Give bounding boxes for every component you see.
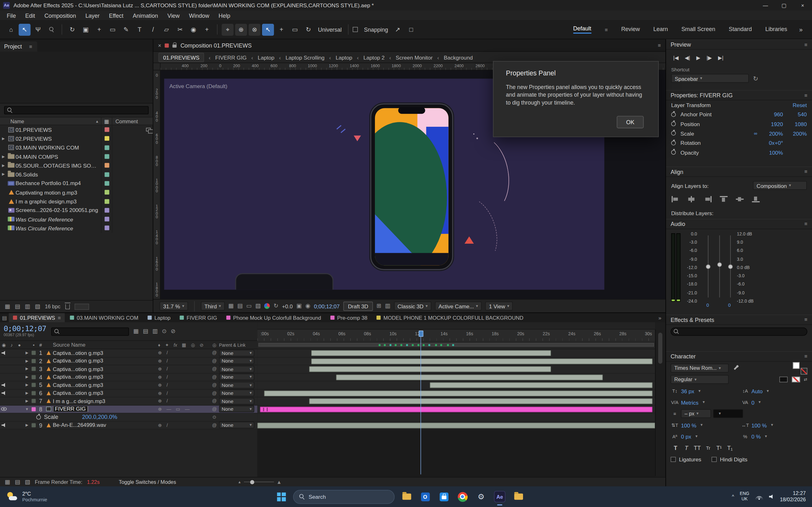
layer-switches[interactable]: ⊕/: [154, 383, 210, 388]
expand-icon[interactable]: ↗: [392, 23, 404, 36]
camera-tool-icon[interactable]: ▣: [80, 23, 92, 36]
sort-ascending-icon[interactable]: ▲: [96, 119, 99, 123]
switches-column-icons[interactable]: ♦✦fx▦◎⊘: [154, 342, 210, 347]
lock-icon[interactable]: [172, 44, 177, 48]
expand-arrow-icon[interactable]: ▶: [0, 154, 7, 158]
align-top-icon[interactable]: [719, 195, 728, 203]
tracking-value[interactable]: 0: [751, 399, 755, 406]
switch-icon[interactable]: ⊕: [158, 350, 162, 355]
subscript-button[interactable]: T₁: [725, 444, 735, 452]
layer-color-chip[interactable]: [31, 423, 37, 427]
parent-pickwhip-icon[interactable]: @: [210, 358, 219, 363]
parent-pickwhip-icon[interactable]: @: [210, 390, 219, 395]
fader-knob[interactable]: [717, 262, 722, 267]
ground-plane-icon[interactable]: ⊞: [376, 302, 381, 309]
microsoft-store-icon[interactable]: [437, 490, 450, 503]
timeline-ruler[interactable]: :00s02s04s06s08s10s12s14s16s18s20s22s24s…: [257, 330, 655, 341]
last-frame-icon[interactable]: ▶|: [718, 55, 723, 60]
breadcrumb-item[interactable]: FIVERR GIG: [215, 54, 247, 60]
panel-menu-icon[interactable]: ≡: [58, 315, 61, 320]
layer-switches[interactable]: ⊕/: [154, 366, 210, 372]
scale-property-row[interactable]: Scale200.0,200.0%⊙: [0, 413, 665, 421]
source-name-column[interactable]: Source Name: [53, 342, 154, 348]
after-effects-taskbar-icon[interactable]: Ae: [493, 490, 506, 503]
project-item[interactable]: Captivating motion g.mp3: [0, 188, 153, 197]
layer-switches[interactable]: ⊕/: [154, 390, 210, 395]
stopwatch-icon[interactable]: [671, 131, 676, 136]
tab-project[interactable]: Project ≡: [0, 42, 38, 52]
transparency-grid-icon[interactable]: ▧: [255, 302, 261, 309]
menu-effect[interactable]: Effect: [104, 11, 128, 19]
fill-color-swatch[interactable]: [793, 362, 800, 369]
puppet-pin-tool-icon[interactable]: +: [201, 23, 213, 36]
panel-menu-icon[interactable]: ≡: [804, 169, 808, 175]
workspace-learn[interactable]: Learn: [653, 26, 668, 33]
label-chip-cell[interactable]: [101, 188, 112, 197]
view-axis-mode-icon[interactable]: ⊗: [249, 23, 261, 36]
fader-knob[interactable]: [706, 264, 711, 269]
faux-bold-button[interactable]: T: [670, 444, 680, 452]
property-value[interactable]: 1080: [783, 121, 807, 127]
layer-expand-arrow[interactable]: ▶: [23, 367, 31, 371]
parent-link-dropdown[interactable]: None▾: [219, 358, 254, 364]
fader-knob[interactable]: [728, 264, 733, 269]
parent-link-dropdown[interactable]: None▾: [219, 422, 254, 429]
timeline-layer-row[interactable]: ▶5Captiva...otion g.mp3⊕/@None▾: [0, 381, 665, 389]
new-comp-icon[interactable]: ▧: [35, 303, 40, 310]
work-area-band[interactable]: [257, 341, 655, 349]
parent-pickwhip-icon[interactable]: @: [210, 383, 219, 388]
current-time-indicator[interactable]: [420, 331, 421, 474]
layer-expand-arrow[interactable]: ▶: [23, 359, 31, 363]
property-value[interactable]: 200%: [783, 130, 807, 136]
bit-depth-label[interactable]: 16 bpc: [45, 303, 60, 309]
small-caps-button[interactable]: Tr: [703, 444, 713, 452]
parent-link-dropdown[interactable]: None▾: [219, 366, 254, 372]
layer-name[interactable]: Captiva...otion g.mp3: [53, 366, 154, 372]
switch-icon[interactable]: /: [166, 399, 168, 404]
layer-expand-arrow[interactable]: ▶: [23, 391, 31, 395]
eraser-tool-icon[interactable]: ✂: [174, 23, 186, 36]
selection-tool-icon[interactable]: ↖: [19, 23, 31, 36]
breadcrumb-item[interactable]: Laptop Scrolling: [286, 54, 324, 60]
av-toggle[interactable]: [0, 351, 8, 355]
reset-link[interactable]: Reset: [793, 102, 807, 108]
switch-icon[interactable]: /: [166, 350, 168, 355]
timeline-layer-row[interactable]: ▶2Captiva...otion g.mp3⊕/@None▾: [0, 357, 665, 365]
reset-exposure-icon[interactable]: ↻: [274, 302, 278, 309]
selection-mode-icon[interactable]: ↖: [262, 23, 274, 36]
playhead-handle[interactable]: [418, 331, 423, 337]
hidden-icons-chevron[interactable]: ^: [732, 494, 734, 499]
workspace-default[interactable]: Default: [573, 25, 591, 34]
audio-column-icon[interactable]: ♪: [8, 342, 15, 347]
label-column-icon[interactable]: ▪: [31, 342, 37, 347]
switch-icon[interactable]: ⊕: [158, 383, 162, 388]
settings-icon[interactable]: ⚙: [474, 490, 488, 503]
more-tabs-icon[interactable]: »: [658, 315, 665, 320]
label-chip-cell[interactable]: [101, 206, 112, 215]
label-chip-cell[interactable]: [101, 161, 112, 170]
layer-switches[interactable]: ⊕/: [154, 375, 210, 380]
layer-duration-bar[interactable]: [336, 374, 603, 380]
align-bottom-icon[interactable]: [751, 195, 760, 203]
timeline-tab[interactable]: Phone Mock Up Colorfull Background: [222, 313, 325, 322]
clone-stamp-tool-icon[interactable]: ▱: [160, 23, 172, 36]
timeline-layer-row[interactable]: ▼8FIVERR GIG⊕—▭—@None▾: [0, 405, 665, 413]
composition-mini-flowchart-icon[interactable]: ▦: [133, 328, 139, 335]
breadcrumb-item[interactable]: Laptop 2: [363, 54, 385, 60]
layer-name[interactable]: Be-An-E...264999.wav: [53, 422, 154, 428]
expand-arrow-icon[interactable]: ▶: [0, 164, 7, 168]
switch-icon[interactable]: ▭: [176, 406, 180, 412]
channel-icon[interactable]: [264, 303, 270, 309]
new-folder-icon[interactable]: ▥: [25, 303, 30, 310]
layer-expand-arrow[interactable]: ▶: [23, 383, 31, 387]
timeline-layer-row[interactable]: ▶4Captiva...otion g.mp3⊕/@None▾: [0, 373, 665, 381]
project-item[interactable]: ▶05.SOUR...OOTAGES IMG SOUND: [0, 161, 153, 170]
switch-icon[interactable]: ⊕: [158, 399, 162, 404]
exposure-value[interactable]: +0.0: [282, 303, 293, 309]
menu-animation[interactable]: Animation: [128, 11, 163, 19]
parent-link-column[interactable]: Parent & Link: [219, 342, 258, 347]
trash-icon[interactable]: [65, 304, 70, 309]
av-toggle[interactable]: [0, 391, 8, 395]
panel-menu-icon[interactable]: ≡: [804, 317, 808, 323]
switch-icon[interactable]: /: [166, 390, 168, 395]
